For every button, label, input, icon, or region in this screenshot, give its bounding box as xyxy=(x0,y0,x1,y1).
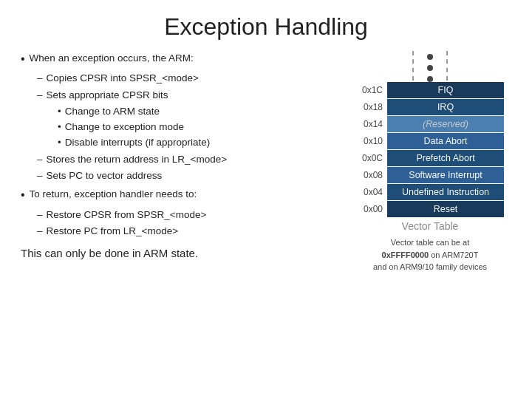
vt-addr-2: 0x14 xyxy=(356,116,387,132)
vt-note-addr: 0xFFFF0000 xyxy=(382,250,429,259)
vt-label-5: Software Interrupt xyxy=(387,167,504,183)
dash-list-1: – Copies CPSR into SPSR_<mode> – Sets ap… xyxy=(37,71,341,185)
dash-item-5: – Restore CPSR from SPSR_<mode> xyxy=(37,208,341,222)
sub-bullet-2: • Change to exception mode xyxy=(58,120,341,134)
vt-addr-3: 0x10 xyxy=(356,133,387,149)
left-column: • When an exception occurs, the ARM: – C… xyxy=(21,51,341,392)
dot-3 xyxy=(427,76,433,82)
vt-addr-0: 0x1C xyxy=(356,82,387,98)
big-text: This can only be done in ARM state. xyxy=(21,247,341,259)
vt-addr-4: 0x0C xyxy=(356,150,387,166)
right-column: 0x1C FIQ 0x18 IRQ 0x14 (Reserved) 0x10 D… xyxy=(349,51,511,392)
sub-bullet-3: • Disable interrupts (if appropriate) xyxy=(58,135,341,150)
table-row: 0x1C FIQ xyxy=(356,82,504,99)
table-row: 0x08 Software Interrupt xyxy=(356,167,504,184)
vt-label-1: IRQ xyxy=(387,99,504,115)
sub-bullet-2-text: Change to exception mode xyxy=(65,120,184,134)
vt-label-2: (Reserved) xyxy=(387,116,504,132)
table-row: 0x0C Prefetch Abort xyxy=(356,150,504,167)
vt-addr-6: 0x04 xyxy=(356,184,387,200)
sub-dot-2: • xyxy=(58,120,61,134)
dash-3: – xyxy=(37,152,43,167)
dash-4-text: Sets PC to vector address xyxy=(47,168,163,183)
table-row: 0x18 IRQ xyxy=(356,99,504,116)
bullet-1-text: When an exception occurs, the ARM: xyxy=(30,51,194,66)
dash-item-4: – Sets PC to vector address xyxy=(37,168,341,183)
table-row: 0x14 (Reserved) xyxy=(356,116,504,133)
dash-6: – xyxy=(37,224,43,239)
dash-1-text: Copies CPSR into SPSR_<mode> xyxy=(47,71,199,86)
sub-dot-1: • xyxy=(58,104,61,119)
page-title: Exception Handling xyxy=(21,13,511,41)
vt-addr-1: 0x18 xyxy=(356,99,387,115)
dashed-line-1 xyxy=(412,51,414,81)
dash-item-6: – Restore PC from LR_<mode> xyxy=(37,224,341,239)
dash-item-3: – Stores the return address in LR_<mode> xyxy=(37,152,341,167)
vt-addr-7: 0x00 xyxy=(356,201,387,217)
bullet-2: • To return, exception handler needs to: xyxy=(21,187,341,203)
dash-item-2: – Sets appropriate CPSR bits xyxy=(37,88,341,103)
vector-table-note: Vector table can be at 0xFFFF0000 on ARM… xyxy=(373,236,487,273)
vt-addr-5: 0x08 xyxy=(356,167,387,183)
dot-1 xyxy=(427,54,433,60)
bullet-2-text: To return, exception handler needs to: xyxy=(30,187,197,202)
dashed-line-2 xyxy=(446,51,448,81)
vt-label-7: Reset xyxy=(387,201,504,217)
dash-4: – xyxy=(37,168,43,183)
bullet-1: • When an exception occurs, the ARM: xyxy=(21,51,341,67)
dash-1: – xyxy=(37,71,43,86)
vt-label-6: Undefined Instruction xyxy=(387,184,504,200)
dash-list-2: – Restore CPSR from SPSR_<mode> – Restor… xyxy=(37,208,341,241)
dash-5: – xyxy=(37,208,43,222)
vector-table-label: Vector Table xyxy=(402,220,459,232)
dash-2-text: Sets appropriate CPSR bits xyxy=(47,88,168,103)
vector-table: 0x1C FIQ 0x18 IRQ 0x14 (Reserved) 0x10 D… xyxy=(356,82,504,218)
sub-bullet-1: • Change to ARM state xyxy=(58,104,341,119)
page: Exception Handling • When an exception o… xyxy=(0,0,532,399)
content-area: • When an exception occurs, the ARM: – C… xyxy=(21,51,511,392)
table-row: 0x10 Data Abort xyxy=(356,133,504,150)
sub-bullets: • Change to ARM state • Change to except… xyxy=(58,104,341,151)
dot-2 xyxy=(427,65,433,71)
sub-dot-3: • xyxy=(58,135,61,150)
dash-5-text: Restore CPSR from SPSR_<mode> xyxy=(47,208,207,222)
dash-6-text: Restore PC from LR_<mode> xyxy=(47,224,179,239)
vt-label-3: Data Abort xyxy=(387,133,504,149)
table-row: 0x04 Undefined Instruction xyxy=(356,184,504,201)
dash-3-text: Stores the return address in LR_<mode> xyxy=(47,152,228,167)
bullet-dot-2: • xyxy=(21,187,25,203)
sub-bullet-3-text: Disable interrupts (if appropriate) xyxy=(65,135,211,150)
sub-bullet-1-text: Change to ARM state xyxy=(65,104,160,119)
bullet-dot-1: • xyxy=(21,51,25,67)
dash-2: – xyxy=(37,88,43,103)
dashed-lines-top xyxy=(412,51,448,82)
dash-item-1: – Copies CPSR into SPSR_<mode> xyxy=(37,71,341,86)
table-row: 0x00 Reset xyxy=(356,201,504,218)
vt-label-0: FIQ xyxy=(387,82,504,98)
vt-label-4: Prefetch Abort xyxy=(387,150,504,166)
